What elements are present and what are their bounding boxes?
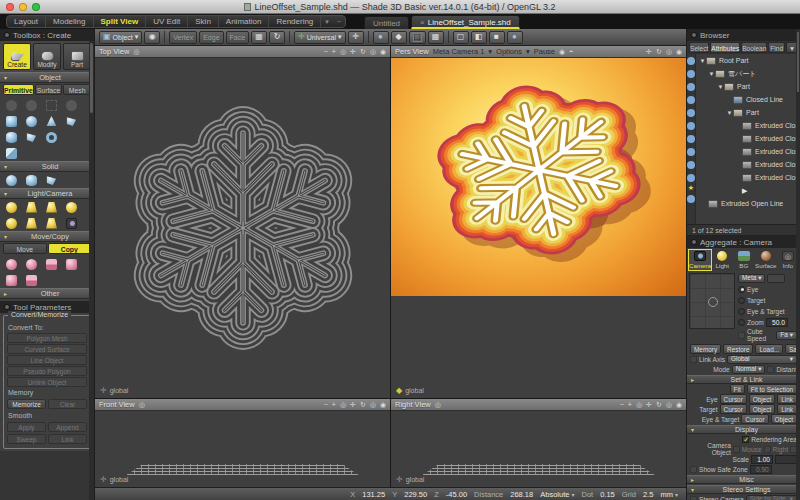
cube-tool-icon[interactable] [6,148,17,159]
render-preview-button[interactable]: ● [507,31,523,44]
tree-row[interactable]: ▼Part [696,80,800,93]
tree-row[interactable]: Extruded Open Line [696,197,800,210]
move-tab[interactable]: Move [3,243,47,254]
right-viewport-canvas[interactable]: ✛ global [391,411,686,487]
viewport-title[interactable]: Right View [395,400,431,409]
dolly-icon[interactable]: ◉ [676,401,682,409]
visibility-toggle[interactable] [687,57,695,65]
toolbox-scrollbar[interactable] [89,41,94,500]
numeric-move-tool-icon[interactable] [26,275,37,286]
convert-line-object-button[interactable]: Line Object [7,355,87,365]
tab-layout[interactable]: Layout [7,16,46,27]
dolly-icon[interactable]: ◉ [380,401,386,409]
panel-collapse-icon[interactable] [4,32,10,38]
pan-icon[interactable]: ✛ [350,401,356,409]
safe-zone-checkbox[interactable] [690,466,697,473]
smooth-sweep-button[interactable]: Sweep [7,434,46,444]
surface-tab[interactable]: Surface [35,84,63,95]
wireframe-toggle-button[interactable]: ▦ [428,31,444,44]
rounded-cube-tool-icon[interactable] [6,116,17,127]
magnify-icon[interactable]: ◎ [370,48,376,56]
scale-secondary-field[interactable] [775,455,797,464]
safe-zone-field[interactable]: 0.90 [750,465,772,474]
tree-row[interactable]: Extruded Closed [696,171,800,184]
universal-manipulator-button[interactable]: ✛ Universal ▾ [294,31,345,44]
rotate-copy-tool-icon[interactable] [6,259,17,270]
orbit-icon[interactable]: ↻ [360,48,366,56]
convert-curved-surface-button[interactable]: Curved Surface [7,344,87,354]
coordinate-indicator[interactable]: ✛ global [396,475,424,484]
browser-tab-boolean[interactable]: Boolean [741,42,767,53]
disc-tool-icon[interactable] [6,100,17,111]
tree-row[interactable]: ▼Root Part [696,54,800,67]
render-progress-icon[interactable]: ◓ [569,48,573,55]
clear-button[interactable]: Clear [48,399,87,409]
browser-tab-find[interactable]: Find [768,42,785,53]
pan-icon[interactable]: ✛ [646,401,652,409]
tree-row[interactable]: Extruded Closed [696,145,800,158]
tree-row[interactable]: Extruded Closed [696,158,800,171]
memory-button[interactable]: Memory ▾ [690,344,721,354]
cylinder-tool-icon[interactable] [6,132,17,143]
sphere-tool-icon[interactable] [26,116,37,127]
camera-object-opt2-checkbox[interactable] [764,446,771,453]
orbit-icon[interactable]: ↻ [360,401,366,409]
tab-rendering[interactable]: Rendering [269,16,321,27]
face-mode-button[interactable]: Face [226,31,250,44]
cube-speed-checkbox[interactable] [738,332,745,339]
fit-to-selection-button[interactable]: Fit to Selection [747,384,797,394]
zoom-tool-icon[interactable]: ◎ [340,48,346,56]
browser-tab-attributes[interactable]: Attributes [710,42,740,53]
copy-tab[interactable]: Copy [48,243,92,254]
link-axis-checkbox[interactable] [690,356,697,363]
stereo-camera-checkbox[interactable] [690,496,697,500]
magnify-icon[interactable]: ◎ [666,401,672,409]
doc-tab-lineoffset[interactable]: × LineOffset_Sample.shd [411,15,520,29]
oblique-cylinder-tool-icon[interactable] [26,132,37,143]
translate-copy-tool-icon[interactable] [46,259,57,270]
tree-row[interactable]: Extruded Closed [696,119,800,132]
visibility-toggle[interactable] [687,122,695,130]
zoom-in-icon[interactable]: + [332,401,336,408]
set-link-section-header[interactable]: ▸Set & Link [687,375,800,384]
point-light-tool-icon[interactable] [66,202,77,213]
spiral-tool-icon[interactable] [26,100,37,111]
magnify-icon[interactable]: ◎ [370,401,376,409]
rotate-tool-button[interactable]: ↻ [269,31,285,44]
light-camera-section-header[interactable]: ▾ Light/Camera [0,188,94,199]
zoom-radio[interactable] [738,319,745,326]
mode-dropdown[interactable]: Normal▾ [732,365,766,374]
camera-select-button[interactable]: ◉ [144,31,160,44]
perspective-viewport-canvas[interactable]: ◆ global [391,58,686,398]
viewport-menu-icon[interactable]: ◎ [133,48,139,56]
vertex-mode-button[interactable]: Vertex [169,31,197,44]
part-mode-button[interactable]: Part [63,43,91,70]
visibility-toggle[interactable] [687,174,695,182]
zoom-out-icon[interactable]: − [324,48,328,55]
convert-polygon-mesh-button[interactable]: Polygon Mesh [7,333,87,343]
create-mode-button[interactable]: Create [3,43,31,70]
tree-row[interactable]: Extruded Closed [696,132,800,145]
tab-animation[interactable]: Animation [219,16,270,27]
zoom-field[interactable]: 50.0 [766,318,788,327]
visibility-toggle[interactable] [687,135,695,143]
dolly-icon[interactable]: ◉ [676,48,682,56]
world-coords-button[interactable]: ● [373,31,389,44]
convert-unlink-object-button[interactable]: Unlink Object [7,377,87,387]
link-axis-dropdown[interactable]: Global▾ [727,355,797,364]
eye-target-radio[interactable] [738,308,745,315]
solid-rotate-tool-icon[interactable] [46,175,57,186]
workspace-minimize-icon[interactable]: − [333,18,345,25]
target-object-button[interactable]: Object [749,404,775,414]
panel-collapse-icon[interactable] [691,239,697,245]
display-mode-shaded-button[interactable]: ◧ [471,31,487,44]
solid-sphere-tool-icon[interactable] [6,175,17,186]
viewport-title[interactable]: Front View [99,400,135,409]
workspace-options-icon[interactable]: ▾ [321,18,333,26]
object-section-header[interactable]: ▾ Object [0,72,94,83]
eye-radio[interactable] [738,286,745,293]
meta-sub-dropdown[interactable] [767,274,785,283]
viewport-menu-icon[interactable]: ◎ [139,401,145,409]
aggregate-tab-bg[interactable]: BG [734,250,755,270]
smooth-append-button[interactable]: Append [48,422,87,432]
